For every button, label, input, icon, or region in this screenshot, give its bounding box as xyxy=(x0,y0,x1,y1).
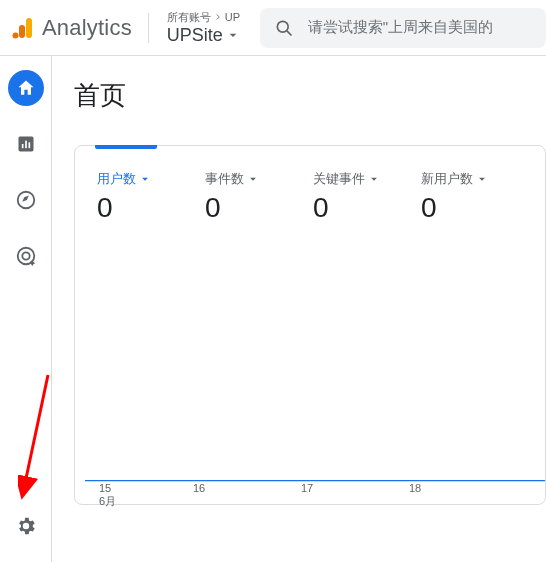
nav-explore[interactable] xyxy=(8,182,44,218)
svg-point-11 xyxy=(22,252,29,259)
metric-label: 新用户数 xyxy=(421,170,529,188)
breadcrumb-prefix: 所有账号 xyxy=(167,10,211,25)
metric-selector[interactable]: 新用户数0 xyxy=(421,170,529,224)
svg-point-3 xyxy=(277,21,288,32)
svg-rect-7 xyxy=(25,141,27,149)
home-icon xyxy=(16,78,36,98)
metric-value: 0 xyxy=(205,192,313,224)
property-selector[interactable]: 所有账号 UP UPSite xyxy=(157,10,252,46)
metric-selector[interactable]: 事件数0 xyxy=(205,170,313,224)
metric-value: 0 xyxy=(421,192,529,224)
search-icon xyxy=(274,18,294,38)
nav-settings[interactable] xyxy=(8,508,44,544)
breadcrumb-account: UP xyxy=(225,11,240,23)
trend-chart xyxy=(85,266,545,482)
chevron-right-icon xyxy=(213,12,223,22)
gear-icon xyxy=(15,515,37,537)
active-tab-indicator xyxy=(95,145,157,149)
line-chart-plot xyxy=(85,266,545,481)
x-axis-tick: 17 xyxy=(301,482,409,504)
search-box[interactable]: 请尝试搜索"上周来自美国的 xyxy=(260,8,546,48)
metric-label: 事件数 xyxy=(205,170,313,188)
metric-value: 0 xyxy=(313,192,421,224)
caret-down-icon xyxy=(246,172,260,186)
x-axis-tick: 18 xyxy=(409,482,517,504)
metric-label: 用户数 xyxy=(97,170,205,188)
product-name: Analytics xyxy=(42,15,132,41)
svg-point-2 xyxy=(13,32,19,38)
breadcrumb: 所有账号 UP xyxy=(167,10,242,25)
overview-card: 用户数0事件数0关键事件0新用户数0 156月161718 xyxy=(74,145,546,505)
metric-selector[interactable]: 用户数0 xyxy=(97,170,205,224)
x-axis-tick: 16 xyxy=(193,482,301,504)
caret-down-icon xyxy=(367,172,381,186)
nav-home[interactable] xyxy=(8,70,44,106)
metric-label: 关键事件 xyxy=(313,170,421,188)
svg-line-4 xyxy=(287,30,292,35)
main-content: 首页 用户数0事件数0关键事件0新用户数0 156月161718 xyxy=(52,56,546,562)
analytics-logo-icon xyxy=(12,16,36,40)
svg-rect-8 xyxy=(28,142,30,148)
advertising-icon xyxy=(15,245,37,267)
x-axis: 156月161718 xyxy=(85,482,545,504)
divider xyxy=(148,13,149,43)
svg-rect-6 xyxy=(21,144,23,148)
metric-selector[interactable]: 关键事件0 xyxy=(313,170,421,224)
caret-down-icon xyxy=(225,27,241,43)
x-axis-tick: 156月 xyxy=(85,482,193,504)
caret-down-icon xyxy=(475,172,489,186)
page-title: 首页 xyxy=(74,78,546,113)
svg-rect-1 xyxy=(19,25,25,38)
nav-advertising[interactable] xyxy=(8,238,44,274)
app-header: Analytics 所有账号 UP UPSite 请尝试搜索"上周来自美国的 xyxy=(0,0,546,56)
explore-icon xyxy=(15,189,37,211)
nav-reports[interactable] xyxy=(8,126,44,162)
search-placeholder: 请尝试搜索"上周来自美国的 xyxy=(308,18,493,37)
metric-value: 0 xyxy=(97,192,205,224)
product-logo-block[interactable]: Analytics xyxy=(12,15,148,41)
metrics-row: 用户数0事件数0关键事件0新用户数0 xyxy=(75,146,545,224)
caret-down-icon xyxy=(138,172,152,186)
left-nav xyxy=(0,56,52,562)
svg-rect-0 xyxy=(26,18,32,38)
property-name: UPSite xyxy=(167,25,223,46)
reports-icon xyxy=(16,134,36,154)
